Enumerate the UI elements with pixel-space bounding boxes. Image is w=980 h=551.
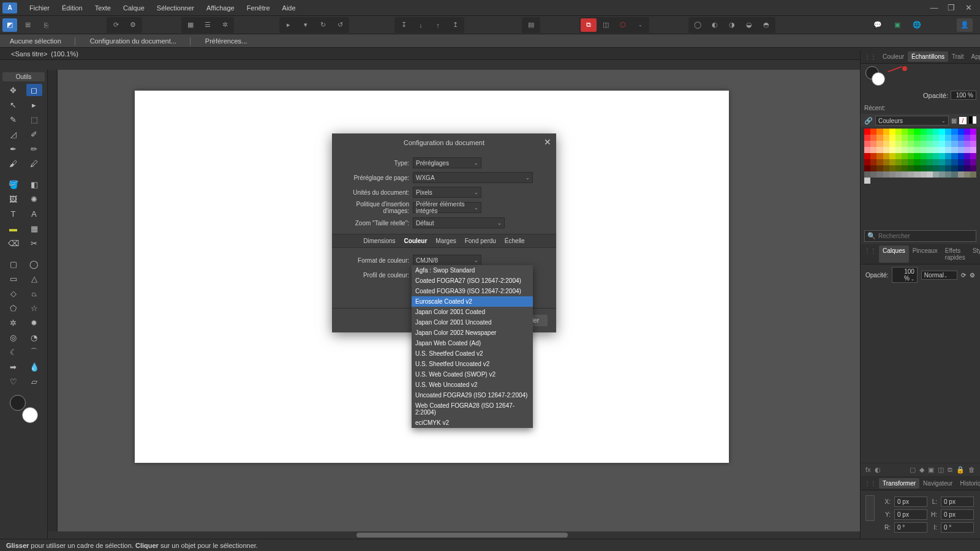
swatch-cell[interactable] — [870, 159, 876, 165]
swatch-cell[interactable] — [939, 159, 945, 165]
dlg-tab-marges[interactable]: Marges — [435, 238, 456, 244]
text-tool-icon[interactable]: T — [6, 208, 21, 220]
zoom-select[interactable]: Défaut⌄ — [413, 217, 505, 228]
swatch-cell[interactable] — [902, 129, 908, 135]
swatch-cell[interactable] — [908, 171, 914, 178]
context-preferences[interactable]: Préférences... — [200, 36, 252, 46]
drop-shape-icon[interactable]: 💧 — [26, 361, 42, 373]
swatch-cell[interactable] — [951, 165, 957, 171]
swatch-cell[interactable] — [970, 129, 976, 135]
layer-gear-icon[interactable]: ⚙ — [970, 272, 975, 279]
swatch-cell[interactable] — [933, 153, 939, 159]
tf-h-value[interactable]: 0 px — [941, 509, 974, 520]
swatch-cell[interactable] — [914, 153, 920, 159]
eyedropper-dot-icon[interactable] — [902, 66, 907, 71]
swatch-cell[interactable] — [914, 135, 920, 141]
swatch-cell[interactable] — [883, 135, 889, 141]
swatch-cell[interactable] — [870, 165, 876, 171]
layer-mask-icon[interactable]: ◐ — [875, 466, 881, 474]
dropdown-item[interactable]: Coated FOGRA27 (ISO 12647-2:2004) — [412, 276, 533, 286]
policy-select[interactable]: Préférer éléments intégrés⌄ — [413, 202, 481, 213]
bool-div-icon[interactable]: ◓ — [758, 18, 774, 32]
tab-calques[interactable]: Calques — [879, 246, 909, 263]
swatch-cell[interactable] — [876, 147, 883, 153]
close-icon[interactable]: ✕ — [963, 3, 974, 12]
swatch-cell[interactable] — [958, 147, 964, 153]
heart-shape-icon[interactable]: ♡ — [6, 375, 21, 388]
vbrush-tool-icon[interactable]: 🖊 — [26, 157, 42, 170]
swatch-cell[interactable] — [921, 153, 927, 159]
swatch-cell[interactable] — [902, 165, 908, 171]
swatch-cell[interactable] — [870, 147, 876, 153]
swatch-cell[interactable] — [876, 141, 883, 147]
swatch-cell[interactable] — [921, 159, 927, 165]
swatch-cell[interactable] — [939, 129, 945, 135]
swatch-cell[interactable] — [921, 171, 927, 178]
globe-icon[interactable]: 🌐 — [909, 18, 925, 32]
swatch-cell[interactable] — [933, 159, 939, 165]
swatch-cell[interactable] — [870, 171, 876, 178]
link-icon[interactable]: 🔗 — [864, 117, 873, 125]
swatch-cell[interactable] — [908, 129, 914, 135]
dropdown-item[interactable]: Uncoated FOGRA29 (ISO 12647-2:2004) — [412, 390, 533, 400]
swatch-cell[interactable] — [945, 135, 951, 141]
swatch-cell[interactable] — [876, 135, 883, 141]
fx-tool-icon[interactable]: ✺ — [26, 193, 42, 205]
pen-tool-icon[interactable]: ✒ — [6, 143, 21, 155]
swatch-cell[interactable] — [964, 129, 970, 135]
sync-icon[interactable]: ⟳ — [108, 18, 124, 32]
swatch-cell[interactable] — [914, 171, 920, 178]
swatch-cell[interactable] — [883, 171, 889, 178]
rotate-cw-icon[interactable]: ↻ — [315, 18, 331, 32]
menu-texte[interactable]: Texte — [89, 2, 117, 14]
swatch-cell[interactable] — [970, 135, 976, 141]
trapezoid-shape-icon[interactable]: ⏢ — [26, 287, 42, 299]
persona-designer-icon[interactable]: ◩ — [2, 18, 17, 32]
arrow-shape-icon[interactable]: ➡ — [6, 361, 21, 373]
swatch-cell[interactable] — [970, 171, 976, 178]
swatch-cell[interactable] — [933, 165, 939, 171]
swatch-cell[interactable] — [951, 153, 957, 159]
swatch-cell[interactable] — [889, 171, 895, 178]
dialog-titlebar[interactable]: Configuration du document ✕ — [332, 133, 556, 152]
swatch-cell[interactable] — [908, 153, 914, 159]
swatch-cell[interactable] — [908, 141, 914, 147]
layers-list[interactable] — [861, 285, 980, 463]
bool-int-icon[interactable]: ◑ — [724, 18, 740, 32]
persona-export-icon[interactable]: ⎘ — [38, 18, 54, 32]
dlg-tab-couleur[interactable]: Couleur — [404, 238, 428, 244]
arc-shape-icon[interactable]: ⌒ — [26, 346, 42, 358]
swatch-cell[interactable] — [939, 141, 945, 147]
search-input[interactable] — [878, 233, 973, 239]
swatch-cell[interactable] — [933, 147, 939, 153]
swatch-cell[interactable] — [927, 147, 933, 153]
swatch-cell[interactable] — [958, 165, 964, 171]
type-select[interactable]: Préréglages⌄ — [413, 157, 481, 168]
swatch-cell[interactable] — [970, 153, 976, 159]
swatch-cell[interactable] — [889, 159, 895, 165]
swatch-cell[interactable] — [951, 129, 957, 135]
swatch-cell[interactable] — [864, 159, 870, 165]
swatch-cell[interactable] — [945, 153, 951, 159]
swatch-cell[interactable] — [964, 165, 970, 171]
fill-tool-icon[interactable]: 🪣 — [6, 178, 21, 190]
swatch-cell[interactable] — [933, 129, 939, 135]
swatch-cell[interactable] — [889, 147, 895, 153]
tf-l-value[interactable]: 0 px — [941, 497, 974, 507]
swatch-cell[interactable] — [914, 147, 920, 153]
mini-well-front[interactable] — [872, 72, 885, 86]
table-tool-icon[interactable]: ▦ — [26, 222, 42, 234]
panel-handle-icon[interactable]: ⋮⋮ — [862, 51, 879, 62]
dropdown-item[interactable]: U.S. Web Coated (SWOP) v2 — [412, 369, 533, 380]
swatch-cell[interactable] — [958, 141, 964, 147]
ring-shape-icon[interactable]: ◎ — [6, 331, 21, 343]
swatch-cell[interactable] — [958, 159, 964, 165]
swatch-cell[interactable] — [945, 147, 951, 153]
anchor-grid[interactable] — [865, 495, 875, 521]
swatch-cell[interactable] — [870, 153, 876, 159]
brush-tool-icon[interactable]: 🖌 — [6, 157, 21, 170]
swatch-cell[interactable] — [970, 147, 976, 153]
swatch-cell[interactable] — [895, 129, 902, 135]
swatch-cell[interactable] — [945, 165, 951, 171]
swatch-cell[interactable] — [927, 141, 933, 147]
